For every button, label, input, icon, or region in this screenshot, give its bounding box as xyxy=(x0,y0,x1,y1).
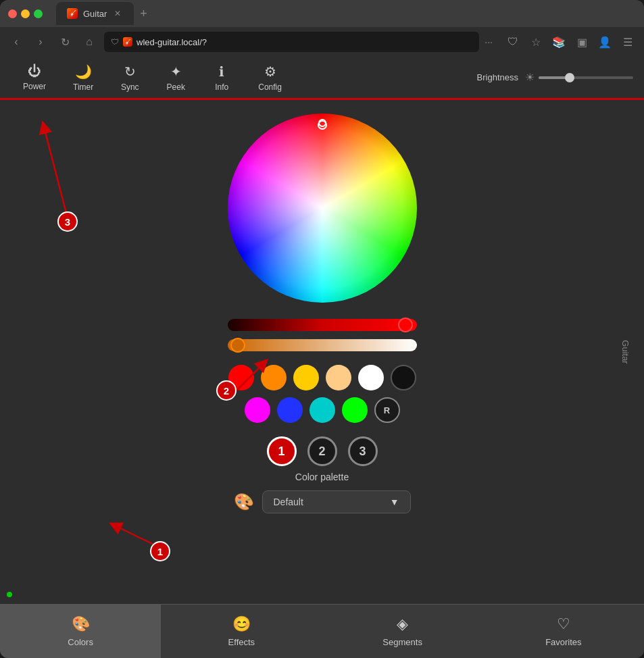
nav-label-power: Power xyxy=(23,82,46,91)
power-icon: ⏻ xyxy=(28,64,41,79)
nav-item-power[interactable]: ⏻ Power xyxy=(11,58,58,97)
color-wheel[interactable] xyxy=(228,113,417,303)
address-actions: ··· xyxy=(485,36,493,47)
home-button[interactable]: ⌂ xyxy=(80,32,99,51)
nav-item-info[interactable]: ℹ Info xyxy=(200,58,243,97)
swatch-random[interactable]: R xyxy=(374,397,400,423)
guitar-side-label: Guitar xyxy=(620,340,630,363)
shield-icon[interactable]: 🛡 xyxy=(503,32,522,51)
nav-label-sync: Sync xyxy=(121,82,139,92)
annotation-badge-3: 3 xyxy=(57,211,78,232)
colors-tab-icon: 🎨 xyxy=(72,615,90,633)
star-icon[interactable]: ☆ xyxy=(526,32,545,51)
swatches-row-1 xyxy=(228,365,417,390)
tab-favicon: 🎸 xyxy=(67,8,78,19)
tab-favorites[interactable]: ♡ Favorites xyxy=(483,605,644,658)
site-favicon: 🎸 xyxy=(123,37,132,47)
annotation-badge-1: 1 xyxy=(150,541,170,561)
bottom-tabs: 🎨 Colors 😊 Effects ◈ Segments ♡ Favorite… xyxy=(0,604,644,658)
more-button[interactable]: ··· xyxy=(485,36,493,47)
back-button[interactable]: ‹ xyxy=(7,32,26,51)
nav-label-info: Info xyxy=(215,82,228,92)
reload-button[interactable]: ↻ xyxy=(55,32,74,51)
alpha-slider-thumb[interactable] xyxy=(230,338,245,353)
color-slot-1[interactable]: 1 xyxy=(267,436,297,466)
tab-bar: 🎸 Guitar ✕ + xyxy=(56,0,636,27)
menu-icon[interactable]: ☰ xyxy=(618,32,637,51)
swatch-white[interactable] xyxy=(358,365,384,390)
favorites-tab-label: Favorites xyxy=(545,637,581,647)
reading-list-icon[interactable]: 📚 xyxy=(549,32,568,51)
app-wrapper: ⏻ Power 🌙 Timer ↻ Sync ✦ Peek ℹ Info xyxy=(0,57,644,658)
alpha-slider[interactable] xyxy=(228,339,417,351)
favorites-tab-icon: ♡ xyxy=(557,615,570,633)
badge-3-label: 3 xyxy=(65,216,70,228)
tab-close-button[interactable]: ✕ xyxy=(112,8,123,19)
title-bar: 🎸 Guitar ✕ + xyxy=(0,0,644,27)
color-slot-3[interactable]: 3 xyxy=(348,436,378,466)
new-tab-button[interactable]: + xyxy=(134,4,153,23)
timer-icon: 🌙 xyxy=(75,64,92,80)
palette-selected: Default xyxy=(274,497,303,507)
brightness-fill xyxy=(539,76,567,79)
tab-segments[interactable]: ◈ Segments xyxy=(322,605,483,658)
minimize-button[interactable] xyxy=(21,9,30,18)
forward-button[interactable]: › xyxy=(31,32,50,51)
profile-icon[interactable]: 👤 xyxy=(595,32,614,51)
swatch-blue[interactable] xyxy=(277,397,303,423)
swatch-orange[interactable] xyxy=(261,365,287,390)
color-slot-2[interactable]: 2 xyxy=(307,436,337,466)
brightness-slider[interactable]: ☀ xyxy=(525,71,633,84)
svg-line-0 xyxy=(44,127,68,218)
active-tab[interactable]: 🎸 Guitar ✕ xyxy=(56,2,134,25)
palette-row: 🎨 Default ▼ xyxy=(234,490,411,513)
nav-item-sync[interactable]: ↻ Sync xyxy=(108,58,151,97)
palette-dropdown[interactable]: Default ▼ xyxy=(262,490,411,513)
swatch-tan[interactable] xyxy=(326,365,351,390)
svg-line-2 xyxy=(115,526,168,551)
brightness-sun-icon: ☀ xyxy=(525,71,535,84)
color-slot-2-label: 2 xyxy=(318,445,325,459)
address-bar-row: ‹ › ↻ ⌂ 🛡 🎸 wled-guitar.local/? ··· 🛡 ☆ … xyxy=(0,27,644,57)
nav-item-peek[interactable]: ✦ Peek xyxy=(154,58,197,97)
swatch-cyan[interactable] xyxy=(309,397,335,423)
hue-slider-thumb[interactable] xyxy=(398,318,413,332)
swatch-black[interactable] xyxy=(391,365,416,390)
color-slot-1-label: 1 xyxy=(278,445,284,459)
browser-window: 🎸 Guitar ✕ + ‹ › ↻ ⌂ 🛡 🎸 wled-guitar.loc… xyxy=(0,0,644,658)
hue-slider[interactable] xyxy=(228,319,417,331)
brightness-thumb[interactable] xyxy=(565,73,574,82)
segments-tab-icon: ◈ xyxy=(397,615,408,633)
main-area: Guitar xyxy=(0,100,644,604)
security-icon: 🛡 xyxy=(111,37,119,47)
color-palette-label: Color palette xyxy=(295,472,349,482)
sidebar-icon[interactable]: ▣ xyxy=(572,32,591,51)
swatch-yellow[interactable] xyxy=(293,365,319,390)
dropdown-arrow-icon: ▼ xyxy=(390,497,399,507)
badge-1-label: 1 xyxy=(157,546,163,557)
color-wheel-container[interactable] xyxy=(228,113,417,303)
color-slot-3-label: 3 xyxy=(359,445,366,459)
address-bar[interactable]: 🛡 🎸 wled-guitar.local/? xyxy=(104,32,479,52)
brightness-track[interactable] xyxy=(539,76,633,79)
nav-item-config[interactable]: ⚙ Config xyxy=(246,58,294,97)
swatch-green[interactable] xyxy=(342,397,368,423)
nav-label-timer: Timer xyxy=(73,82,93,92)
config-icon: ⚙ xyxy=(264,64,276,80)
tab-effects[interactable]: 😊 Effects xyxy=(161,605,322,658)
swatch-red[interactable] xyxy=(228,365,254,390)
maximize-button[interactable] xyxy=(34,9,43,18)
palette-icon: 🎨 xyxy=(234,492,254,511)
close-button[interactable] xyxy=(8,9,17,18)
nav-items: ⏻ Power 🌙 Timer ↻ Sync ✦ Peek ℹ Info xyxy=(11,58,294,97)
nav-label-config: Config xyxy=(258,82,282,92)
sliders-section xyxy=(228,319,417,351)
nav-item-timer[interactable]: 🌙 Timer xyxy=(61,58,105,97)
swatch-magenta[interactable] xyxy=(245,397,270,423)
browser-actions: 🛡 ☆ 📚 ▣ 👤 ☰ xyxy=(503,32,637,51)
tab-colors[interactable]: 🎨 Colors xyxy=(0,605,161,658)
color-slots: 1 2 3 xyxy=(267,436,378,466)
swatches-section: R xyxy=(228,365,417,423)
brightness-label: Brightness xyxy=(477,72,518,82)
traffic-lights xyxy=(8,9,43,18)
